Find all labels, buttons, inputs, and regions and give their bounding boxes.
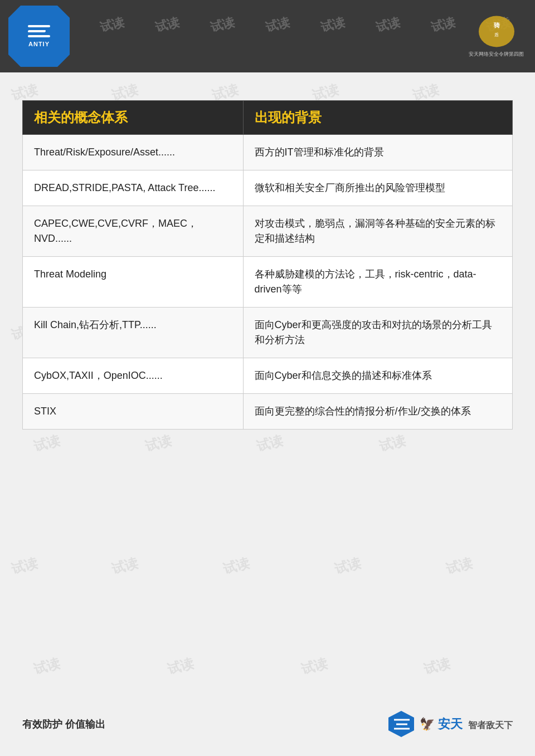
bw-21: 试读 <box>221 554 252 578</box>
bw-23: 试读 <box>444 554 475 578</box>
watermark-3: 试读 <box>153 14 181 36</box>
table-row: DREAD,STRIDE,PASTA, Attack Tree......微软和… <box>23 170 513 206</box>
table-cell-concept-5: CybOX,TAXII，OpenIOC...... <box>23 358 244 394</box>
table-row: STIX面向更完整的综合性的情报分析/作业/交换的体系 <box>23 394 513 430</box>
footer: 有效防护 价值输出 🦅 安天 智者敌天下 <box>0 709 535 739</box>
concepts-table: 相关的概念体系 出现的背景 Threat/Risk/Exposure/Asset… <box>22 100 513 430</box>
header-right-sub-text: 安天网络安全令牌第四图 <box>469 51 524 58</box>
header-watermarks: 试读 试读 试读 试读 试读 试读 试读 试读 试读 <box>0 0 535 72</box>
logo-lines <box>28 25 50 37</box>
bw-25: 试读 <box>166 654 196 678</box>
table-cell-concept-4: Kill Chain,钻石分析,TTP...... <box>23 308 244 358</box>
footer-logo-brand: 🦅 安天 智者敌天下 <box>420 716 513 733</box>
svg-text:骑: 骑 <box>493 22 500 28</box>
svg-point-0 <box>479 16 514 47</box>
watermark-7: 试读 <box>374 14 402 36</box>
bw-20: 试读 <box>110 554 140 578</box>
table-row: Kill Chain,钻石分析,TTP......面向Cyber和更高强度的攻击… <box>23 308 513 358</box>
logo-line-3 <box>28 35 50 37</box>
table-cell-background-5: 面向Cyber和信息交换的描述和标准体系 <box>243 358 512 394</box>
logo-label: ANTIY <box>28 41 50 47</box>
antiy-logo: ANTIY <box>8 6 70 67</box>
watermark-6: 试读 <box>319 14 347 36</box>
bw-24: 试读 <box>32 654 62 678</box>
col-header-background: 出现的背景 <box>243 101 512 135</box>
bw-19: 试读 <box>9 554 40 578</box>
watermark-4: 试读 <box>208 14 236 36</box>
col-header-concepts: 相关的概念体系 <box>23 101 244 135</box>
table-cell-concept-3: Threat Modeling <box>23 257 244 308</box>
table-cell-concept-0: Threat/Risk/Exposure/Asset...... <box>23 135 244 170</box>
watermark-2: 试读 <box>98 14 126 36</box>
right-emblem-icon: 骑 盾 <box>477 15 516 48</box>
table-row: Threat/Risk/Exposure/Asset......西方的IT管理和… <box>23 135 513 170</box>
table-cell-background-2: 对攻击模式，脆弱点，漏洞等各种基础的安全元素的标定和描述结构 <box>243 206 512 257</box>
svg-text:盾: 盾 <box>494 32 499 37</box>
footer-logo-text-group: 🦅 安天 智者敌天下 <box>420 716 513 733</box>
bw-27: 试读 <box>422 654 453 678</box>
table-row: Threat Modeling各种威胁建模的方法论，工具，risk-centri… <box>23 257 513 308</box>
header-right-logo: 骑 盾 安天网络安全令牌第四图 <box>469 15 524 58</box>
table-cell-background-1: 微软和相关安全厂商所推出的风险管理模型 <box>243 170 512 206</box>
footer-slogan: 有效防护 价值输出 <box>22 718 105 731</box>
watermark-5: 试读 <box>264 14 291 36</box>
logo-line-2 <box>27 30 46 32</box>
table-row: CybOX,TAXII，OpenIOC......面向Cyber和信息交换的描述… <box>23 358 513 394</box>
table-cell-background-6: 面向更完整的综合性的情报分析/作业/交换的体系 <box>243 394 512 430</box>
logo-line-1 <box>28 25 50 27</box>
footer-antiy-icon <box>386 709 417 739</box>
footer-logo-sub: 智者敌天下 <box>468 720 513 730</box>
table-row: CAPEC,CWE,CVE,CVRF，MAEC，NVD......对攻击模式，脆… <box>23 206 513 257</box>
table-cell-background-0: 西方的IT管理和标准化的背景 <box>243 135 512 170</box>
footer-logo: 🦅 安天 智者敌天下 <box>386 709 513 739</box>
header: 试读 试读 试读 试读 试读 试读 试读 试读 试读 ANTIY 骑 盾 安天网… <box>0 0 535 72</box>
table-cell-background-3: 各种威胁建模的方法论，工具，risk-centric，data-driven等等 <box>243 257 512 308</box>
table-cell-background-4: 面向Cyber和更高强度的攻击和对抗的场景的分析工具和分析方法 <box>243 308 512 358</box>
table-cell-concept-2: CAPEC,CWE,CVE,CVRF，MAEC，NVD...... <box>23 206 244 257</box>
table-cell-concept-1: DREAD,STRIDE,PASTA, Attack Tree...... <box>23 170 244 206</box>
bw-26: 试读 <box>299 654 330 678</box>
bw-22: 试读 <box>333 554 363 578</box>
main-content: 相关的概念体系 出现的背景 Threat/Risk/Exposure/Asset… <box>0 72 535 452</box>
table-cell-concept-6: STIX <box>23 394 244 430</box>
watermark-8: 试读 <box>429 14 457 36</box>
